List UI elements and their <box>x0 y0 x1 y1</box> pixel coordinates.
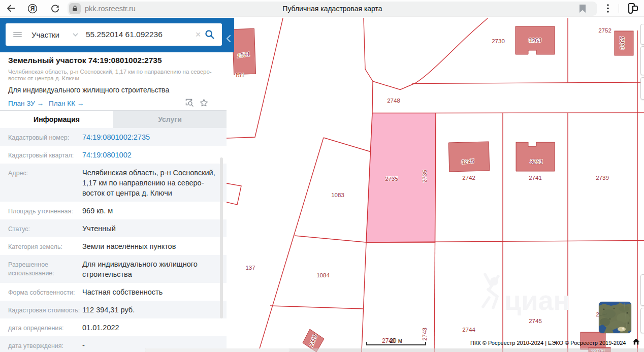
clear-search-icon[interactable]: × <box>193 29 203 40</box>
search-input[interactable] <box>86 30 187 39</box>
building-label-3245: 3245 <box>461 158 474 165</box>
row-label: Статус: <box>8 223 82 234</box>
home-icon[interactable] <box>632 338 640 345</box>
building-3261 <box>516 142 555 171</box>
favorite-star-icon[interactable] <box>200 99 208 107</box>
parcel-label-2730: 2730 <box>492 38 505 44</box>
satellite-layer-thumbnail[interactable] <box>599 302 631 333</box>
building-label-3263: 3263 <box>528 37 541 43</box>
map-control-stub[interactable] <box>640 77 644 100</box>
row-value: 01.01.2022 <box>82 323 220 333</box>
parcel-label-2742: 2742 <box>462 175 475 181</box>
search-bar: Участки × <box>6 23 222 46</box>
row-label: Кадастровый номер: <box>8 132 82 142</box>
tab-services[interactable]: Услуги <box>113 111 227 128</box>
table-row: Адрес:Челябинская область, р-н Сосновски… <box>0 164 227 202</box>
scale-text: 20 м <box>390 337 402 344</box>
table-row: дата определения:01.01.2022 <box>0 318 227 336</box>
browser-toolbar: Я pkk.rosreestr.ru Публичная кадастровая… <box>0 0 644 17</box>
row-value: Частная собственность <box>82 287 220 297</box>
row-value: Земли населённых пунктов <box>82 241 220 251</box>
parcel-info-panel: Земельный участок 74:19:0801002:2735 Чел… <box>0 52 227 352</box>
browser-menu-icon[interactable] <box>603 0 613 17</box>
row-value: Для индивидуального жилищного строительс… <box>82 259 220 279</box>
row-label: Адрес: <box>8 168 82 198</box>
row-label: Категория земель: <box>8 241 82 251</box>
table-row: Разрешенное использование:Для индивидуал… <box>0 255 227 283</box>
parcel-label-2735: 2735 <box>385 176 398 182</box>
parcel-label-137: 137 <box>245 265 255 271</box>
svg-text:Я: Я <box>30 5 35 12</box>
building-label-3261: 3261 <box>530 158 543 165</box>
parcel-label-1084: 1084 <box>316 272 330 278</box>
search-category-label: Участки <box>31 30 59 39</box>
row-label: дата утверждения: <box>8 340 82 350</box>
zoom-to-extent-icon[interactable] <box>185 99 194 107</box>
parcel-label-2735: 2735 <box>422 170 428 183</box>
page-title: Публичная кадастровая карта <box>68 2 597 16</box>
table-row: Кадастровый номер:74:19:0801002:2735 <box>0 128 227 146</box>
row-value: Учтенный <box>82 223 220 234</box>
attribute-table: Кадастровый номер:74:19:0801002:2735Када… <box>0 128 227 352</box>
parcel-address-subtitle: Челябинская область, р-н Сосновский, 1,1… <box>8 69 214 82</box>
parcel-label-2744: 2744 <box>462 327 475 333</box>
tab-information[interactable]: Информация <box>0 111 113 128</box>
plan-links-row: План ЗУ → План КК → <box>8 100 218 109</box>
address-bar[interactable]: pkk.rosreestr.ru Публичная кадастровая к… <box>68 2 597 16</box>
toolbar-separator <box>619 4 619 13</box>
map-attribution: ПКК © Росреестр 2010-2024 | ЕЭКО © Росре… <box>470 340 626 346</box>
row-label: Площадь уточненная: <box>8 206 82 216</box>
parcel-label-1083: 1083 <box>331 192 344 198</box>
chevron-down-icon <box>73 33 78 37</box>
row-value-link[interactable]: 74:19:0801002:2735 <box>82 132 220 142</box>
table-row: Площадь уточненная:969 кв. м <box>0 202 227 219</box>
watermark-text: циан <box>504 285 570 315</box>
plan-kk-link[interactable]: План КК → <box>49 100 84 107</box>
search-submit-icon[interactable] <box>204 29 215 40</box>
menu-burger-icon[interactable] <box>13 30 22 39</box>
plan-zu-link[interactable]: План ЗУ → <box>8 100 44 107</box>
back-button[interactable] <box>5 0 17 17</box>
row-label: Форма собственности: <box>8 287 82 297</box>
cian-watermark: циан <box>478 266 587 319</box>
table-row: Форма собственности:Частная собственност… <box>0 283 227 301</box>
panel-scrollbar[interactable] <box>220 157 223 318</box>
boundary-lines <box>364 18 373 113</box>
map-control-stub[interactable] <box>640 24 644 45</box>
building-label-3465: 3465 <box>619 37 625 50</box>
parcel-label-2743: 2743 <box>422 328 428 341</box>
row-label: Кадастровый квартал: <box>8 150 82 160</box>
header-icons <box>185 99 208 107</box>
parcel-title: Земельный участок 74:19:0801002:2735 <box>8 56 218 65</box>
panel-tabs: Информация Услуги <box>0 110 227 128</box>
row-label: Кадастровая стоимость: <box>8 305 82 315</box>
horizontal-scrollbar-thumb[interactable] <box>145 348 289 352</box>
map-canvas[interactable]: 1512748273027522735273527422741273910831… <box>227 17 644 352</box>
table-row: Статус:Учтенный <box>0 219 227 237</box>
parcel-label-2752: 2752 <box>598 27 611 34</box>
parcel-label-2741: 2741 <box>529 175 542 181</box>
parcel-usage: Для индивидуального жилищного строительс… <box>8 86 218 94</box>
search-category-select[interactable]: Участки <box>31 30 78 39</box>
building-3245 <box>448 142 489 172</box>
search-panel: Участки × <box>0 18 234 52</box>
yandex-logo-icon[interactable]: Я <box>26 0 39 17</box>
bookmark-icon[interactable] <box>579 4 586 15</box>
tabs-panel-icon[interactable] <box>625 2 639 17</box>
map-control-stub[interactable] <box>640 274 644 306</box>
parcel-label-2748: 2748 <box>387 98 400 104</box>
map-control-stub[interactable] <box>640 308 644 333</box>
table-row: Кадастровая стоимость:112 394,31 руб. <box>0 301 227 318</box>
parcel-label-2739: 2739 <box>596 175 609 181</box>
map-control-stub[interactable] <box>640 46 644 75</box>
table-row: Категория земель:Земли населённых пункто… <box>0 237 227 255</box>
row-value-link[interactable]: 74:19:0801002 <box>82 150 220 160</box>
parcel-label-151: 151 <box>235 72 244 78</box>
row-label: дата определения: <box>8 323 82 333</box>
table-row: Кадастровый квартал:74:19:0801002 <box>0 146 227 164</box>
refresh-icon[interactable] <box>49 0 61 17</box>
row-value: Челябинская область, р-н Сосновский, 1,1… <box>82 168 220 198</box>
row-label: Разрешенное использование: <box>8 259 82 279</box>
row-value: 969 кв. м <box>82 206 220 216</box>
collapse-panel-icon[interactable] <box>226 33 234 45</box>
